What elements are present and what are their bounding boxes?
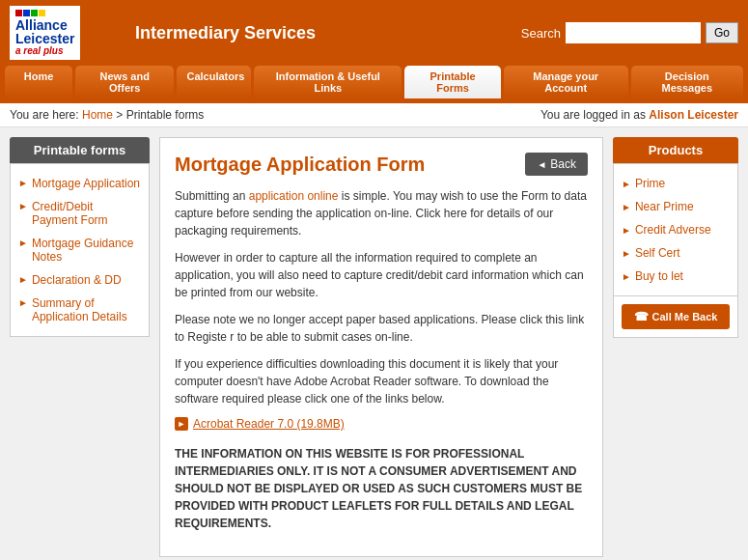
right-panel: Products ► Prime ► Near Prime ► Credit A… [613,137,738,557]
nav-manage[interactable]: Manage your Account [504,66,628,98]
product-credit-adverse[interactable]: ► Credit Adverse [619,218,733,241]
page-title: Mortgage Application Form [175,154,425,176]
arrow-icon-2: ► [18,238,28,248]
main-layout: Printable forms ► Mortgage Application ►… [0,127,748,560]
arrow-icon-3: ► [18,274,28,285]
logo-sq-green [31,10,38,16]
logo-sq-yellow [39,10,45,16]
nav-calculators[interactable]: Calculators [177,66,251,98]
product-label-2: Credit Adverse [635,223,711,237]
content-para-2: Please note we no longer accept paper ba… [175,311,588,346]
back-button[interactable]: Back [525,153,588,176]
sidebar-label-1: Credit/Debit Payment Form [32,200,141,227]
logo-tagline: a real plus [15,45,74,56]
application-online-link[interactable]: application online [249,189,339,203]
search-label: Search [521,26,561,41]
breadcrumb-home[interactable]: Home [82,108,113,122]
product-arrow-3: ► [622,248,631,259]
call-me-back-label: Call Me Back [652,311,718,322]
nav-news[interactable]: News and Offers [75,66,174,98]
logo-box: AllianceLeicester a real plus [10,6,80,60]
breadcrumb-current: Printable forms [126,108,205,122]
sidebar-body: ► Mortgage Application ► Credit/Debit Pa… [10,163,150,337]
logo-area: AllianceLeicester a real plus [10,6,125,60]
breadcrumb-sep: > [116,108,125,122]
main-content: Mortgage Application Form Back Submittin… [159,137,603,557]
nav-decision[interactable]: Decision Messages [631,66,743,98]
sidebar-item-declaration[interactable]: ► Declaration & DD [15,268,144,292]
go-button[interactable]: Go [706,22,738,43]
nav-printable[interactable]: Printable Forms [404,66,501,98]
product-near-prime[interactable]: ► Near Prime [619,195,733,218]
product-arrow-0: ► [622,179,631,189]
acrobat-icon: ► [175,417,188,431]
sidebar-label-0: Mortgage Application [32,177,140,190]
sidebar-title: Printable forms [10,137,150,163]
product-prime[interactable]: ► Prime [619,172,733,195]
product-arrow-4: ► [622,271,631,282]
content-header: Mortgage Application Form Back [175,153,588,176]
sidebar-label-2: Mortgage Guidance Notes [32,237,141,264]
nav-home[interactable]: Home [5,66,72,98]
sidebar-item-mortgage-application[interactable]: ► Mortgage Application [15,172,144,195]
page-header: AllianceLeicester a real plus Intermedia… [0,0,748,66]
arrow-icon-4: ► [18,297,28,308]
product-buy-to-let[interactable]: ► Buy to let [619,265,733,288]
sidebar-item-summary[interactable]: ► Summary of Application Details [15,292,144,328]
breadcrumb-prefix: You are here: [10,108,79,122]
breadcrumb-username: Alison Leicester [649,108,738,122]
disclaimer-text: THE INFORMATION ON THIS WEBSITE IS FOR P… [175,445,588,532]
sidebar-item-guidance-notes[interactable]: ► Mortgage Guidance Notes [15,232,144,268]
logo-name: AllianceLeicester [15,18,74,45]
arrow-icon-0: ► [18,178,28,188]
main-nav: Home News and Offers Calculators Informa… [0,66,748,103]
sidebar-label-4: Summary of Application Details [32,296,141,323]
breadcrumb-logged-in-prefix: You are logged in as [540,108,646,122]
product-self-cert[interactable]: ► Self Cert [619,241,733,265]
service-title: Intermediary Services [125,23,521,43]
product-arrow-2: ► [622,225,631,236]
logo-squares [15,10,74,16]
product-label-0: Prime [635,177,665,190]
arrow-icon-1: ► [18,201,28,211]
product-label-1: Near Prime [635,200,694,213]
breadcrumb-bar: You are here: Home > Printable forms You… [0,103,748,127]
content-para-0: Submitting an application online is simp… [175,187,588,239]
products-body: ► Prime ► Near Prime ► Credit Adverse ► … [613,163,738,296]
nav-info[interactable]: Information & Useful Links [254,66,402,98]
breadcrumb-user-info: You are logged in as Alison Leicester [540,108,738,122]
logo-sq-red [15,10,22,16]
breadcrumb-left: You are here: Home > Printable forms [10,108,204,122]
phone-icon: ☎ [634,310,649,323]
logo-sq-blue [23,10,30,16]
product-label-3: Self Cert [635,246,680,260]
left-sidebar: Printable forms ► Mortgage Application ►… [10,137,150,557]
search-area: Search Go [521,22,738,43]
product-label-4: Buy to let [635,269,683,283]
product-arrow-1: ► [622,202,631,212]
search-input[interactable] [566,22,701,43]
content-para-3: If you experience difficulties downloadi… [175,355,588,407]
acrobat-link-text: Acrobat Reader 7.0 (19.8MB) [193,417,345,431]
products-title: Products [613,137,738,163]
sidebar-label-3: Declaration & DD [32,273,122,287]
acrobat-link[interactable]: ► Acrobat Reader 7.0 (19.8MB) [175,417,588,431]
content-para-1: However in order to capture all the info… [175,249,588,301]
sidebar-item-credit-debit[interactable]: ► Credit/Debit Payment Form [15,195,144,232]
call-me-back-button[interactable]: ☎ Call Me Back [622,304,730,329]
call-me-back-section: ☎ Call Me Back [613,296,738,338]
